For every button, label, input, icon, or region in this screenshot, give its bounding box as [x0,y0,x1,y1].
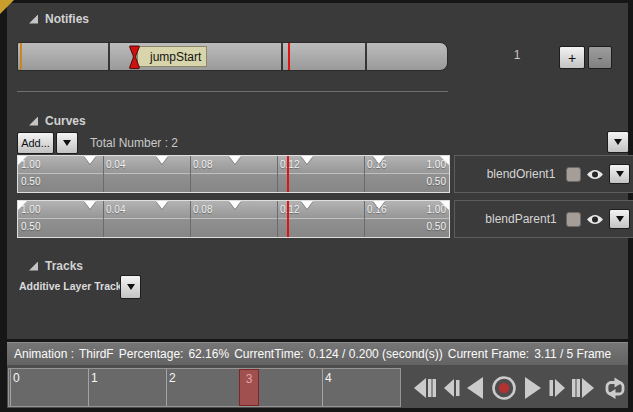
gridline [103,201,104,237]
tracks-selector-dropdown[interactable] [120,275,141,299]
current-time-value: 0.124 / 0.200 (second(s)) [309,347,443,361]
time-tick-label: 0.08 [193,204,212,215]
track-corner-marker [440,201,449,210]
track-start-marker [20,43,22,70]
animation-label: Animation : [14,347,74,361]
step-backward-button[interactable] [442,375,460,401]
keyframe-marker[interactable] [373,201,385,209]
curve-total-count: Total Number : 2 [90,136,178,150]
notify-track-divider [365,43,367,70]
keyframe-marker[interactable] [229,156,241,164]
add-notify-track-button[interactable]: + [559,46,585,69]
notify-event[interactable]: jumpStart [137,46,207,67]
keyframe-marker[interactable] [301,201,313,209]
notify-track-divider [281,43,283,70]
gridline [277,156,278,192]
curve-min-value: 0.50 [21,221,40,232]
curve-min-value: 0.50 [427,176,446,187]
notify-marker-icon[interactable] [129,45,140,70]
notify-track[interactable]: jumpStart [17,42,448,71]
chevron-down-icon [616,171,624,177]
keyframe-marker[interactable] [156,201,168,209]
tracks-selector-label: Additive Layer Tracks [19,280,128,292]
loop-toggle-button[interactable] [602,375,628,401]
gridline [277,201,278,237]
gridline [364,156,365,192]
gridline [364,201,365,237]
curve-track-blendParent1[interactable]: 0.04 0.08 0.12 0.16 1.00 0.50 1.00 0.50 [17,200,450,238]
remove-notify-track-button[interactable]: - [588,46,612,69]
tracks-section-header[interactable]: Tracks [29,259,83,273]
curve-color-swatch[interactable] [566,212,581,227]
playhead[interactable] [287,156,289,192]
add-curve-dropdown[interactable] [56,132,78,154]
transport-controls [412,370,628,406]
frame-tick [166,369,167,406]
frame-ruler[interactable]: 0 1 2 4 3 [8,368,401,407]
time-tick-label: 0.08 [193,159,212,170]
playhead[interactable] [287,201,289,237]
to-end-button[interactable] [572,375,596,401]
track-corner-marker [18,201,27,210]
playhead[interactable] [288,43,290,70]
frame-tick [88,369,89,406]
keyframe-marker[interactable] [84,156,96,164]
play-forward-button[interactable] [523,375,543,401]
keyframe-marker[interactable] [84,201,96,209]
keyframe-marker[interactable] [373,156,385,164]
frame-number: 1 [91,371,98,385]
curve-name: blendParent1 [481,212,561,226]
step-backward-icon [442,375,460,401]
keyframe-marker[interactable] [229,201,241,209]
frame-tick [10,369,11,406]
collapse-arrow-icon [29,15,38,24]
curve-min-value: 0.50 [427,221,446,232]
time-tick-label: 0.04 [106,204,125,215]
chevron-down-icon [616,216,624,222]
collapse-arrow-icon [29,262,38,271]
record-button[interactable] [491,375,517,401]
visibility-toggle[interactable] [586,213,604,226]
animation-editor-panel: Notifies jumpStart 1 + - Curves Add... T… [0,0,633,412]
curve-label-row: blendOrient1 [454,155,633,193]
curve-options-dropdown[interactable] [609,209,630,229]
frame-tick [322,369,323,406]
to-front-icon [412,375,436,401]
collapse-arrow-icon [29,117,38,126]
curve-midline [18,173,449,174]
curve-track-blendOrient1[interactable]: 0.04 0.08 0.12 0.16 1.00 0.50 1.00 0.50 [17,155,450,193]
notify-track-divider [108,43,110,70]
notifies-title: Notifies [45,12,89,26]
percentage-value: 62.16% [188,347,229,361]
time-tick-label: 0.04 [106,159,125,170]
notifies-section-header[interactable]: Notifies [29,12,89,26]
main-panel: Notifies jumpStart 1 + - Curves Add... T… [7,3,628,339]
play-backward-button[interactable] [465,375,485,401]
visibility-toggle[interactable] [586,168,604,181]
curve-label-row: blendParent1 [454,200,633,238]
gridline [190,156,191,192]
tracks-title: Tracks [45,259,83,273]
current-frame-indicator[interactable]: 3 [239,369,259,406]
panel-corner-tab [0,0,14,14]
percentage-label: Percentage: [119,347,184,361]
gridline [103,156,104,192]
curves-section-header[interactable]: Curves [29,114,86,128]
time-tick-label: 0.12 [280,204,299,215]
add-curve-button[interactable]: Add... [17,132,54,154]
keyframe-marker[interactable] [156,156,168,164]
curve-options-dropdown[interactable] [609,164,630,184]
eye-icon [586,168,604,181]
time-tick-label: 0.12 [280,159,299,170]
current-frame-label: Current Frame: [448,347,529,361]
frame-number: 2 [169,371,176,385]
keyframe-marker[interactable] [301,156,313,164]
to-front-button[interactable] [412,375,436,401]
eye-icon [586,213,604,226]
curves-options-dropdown[interactable] [607,131,629,153]
step-forward-button[interactable] [549,375,567,401]
track-corner-marker [18,156,27,165]
curve-min-value: 0.50 [21,176,40,187]
curve-color-swatch[interactable] [566,167,581,182]
frame-number: 0 [13,371,20,385]
